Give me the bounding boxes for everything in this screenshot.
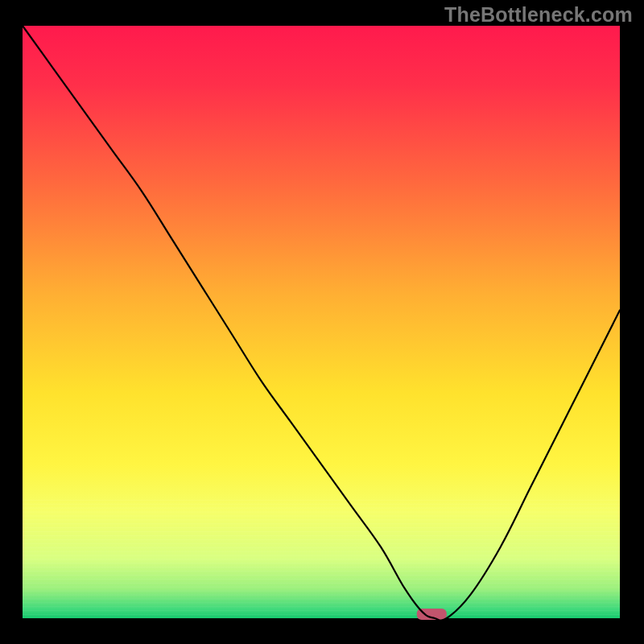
svg-rect-3 — [23, 512, 620, 513]
svg-rect-17 — [23, 567, 620, 568]
svg-rect-23 — [23, 591, 620, 592]
svg-rect-2 — [23, 508, 620, 509]
svg-rect-26 — [23, 602, 620, 603]
svg-rect-5 — [23, 519, 620, 520]
svg-rect-13 — [23, 551, 620, 552]
svg-rect-24 — [23, 595, 620, 596]
svg-rect-10 — [23, 539, 620, 540]
svg-rect-14 — [23, 555, 620, 555]
svg-rect-18 — [23, 571, 620, 572]
svg-rect-8 — [23, 531, 620, 532]
svg-rect-27 — [23, 606, 620, 607]
svg-rect-0 — [23, 500, 620, 501]
svg-rect-21 — [23, 583, 620, 584]
svg-rect-25 — [23, 598, 620, 599]
svg-rect-12 — [23, 547, 620, 548]
svg-rect-7 — [23, 527, 620, 528]
chart-frame: { "watermark": "TheBottleneck.com", "plo… — [0, 0, 644, 644]
svg-rect-1 — [23, 504, 620, 505]
svg-rect-20 — [23, 579, 620, 580]
svg-rect-15 — [23, 559, 620, 559]
svg-rect-29 — [23, 614, 620, 615]
svg-rect-9 — [23, 535, 620, 536]
plot-background — [23, 26, 620, 618]
svg-rect-6 — [23, 523, 620, 524]
bottleneck-chart — [0, 0, 644, 644]
svg-rect-28 — [23, 610, 620, 611]
svg-rect-19 — [23, 575, 620, 576]
svg-rect-16 — [23, 563, 620, 564]
svg-rect-22 — [23, 587, 620, 588]
svg-rect-11 — [23, 543, 620, 544]
svg-rect-4 — [23, 515, 620, 516]
